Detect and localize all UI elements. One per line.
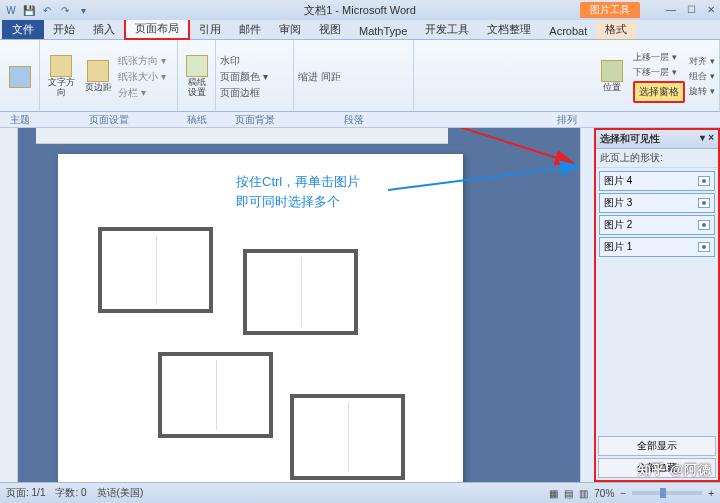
save-icon[interactable]: 💾	[22, 3, 36, 17]
page[interactable]: 按住Ctrl，再单击图片 即可同时选择多个	[58, 154, 463, 482]
annotation-text: 按住Ctrl，再单击图片 即可同时选择多个	[236, 172, 360, 211]
zoom-in-icon[interactable]: +	[708, 488, 714, 499]
zoom-out-icon[interactable]: −	[620, 488, 626, 499]
eye-icon[interactable]	[698, 176, 710, 186]
context-tab-label: 图片工具	[580, 2, 640, 18]
main-area: 按住Ctrl，再单击图片 即可同时选择多个 选择和可见性 ▾ × 此页上的形状:…	[0, 128, 720, 482]
vertical-scrollbar[interactable]	[580, 128, 594, 482]
picture-3[interactable]	[158, 352, 273, 438]
selection-item[interactable]: 图片 1	[599, 237, 715, 257]
tab-file[interactable]: 文件	[2, 20, 44, 39]
selection-pane-list: 图片 4 图片 3 图片 2 图片 1	[596, 168, 718, 434]
picture-2[interactable]	[243, 249, 358, 335]
tab-view[interactable]: 视图	[310, 20, 350, 39]
eye-icon[interactable]	[698, 198, 710, 208]
ribbon-body: 文字方向 页边距 纸张方向 ▾ 纸张大小 ▾ 分栏 ▾ 稿纸 设置 水印 页面颜…	[0, 40, 720, 112]
indent-label: 缩进	[298, 70, 318, 84]
tab-page-layout[interactable]: 页面布局	[124, 17, 190, 40]
position-button[interactable]: 位置	[595, 51, 629, 103]
watermark: 知乎 @阿德	[638, 461, 712, 479]
show-all-button[interactable]: 全部显示	[598, 436, 716, 456]
page-border-button[interactable]: 页面边框	[220, 86, 268, 100]
status-bar: 页面: 1/1 字数: 0 英语(美国) ▦ ▤ ▥ 70% − +	[0, 482, 720, 503]
bring-forward-button[interactable]: 上移一层 ▾	[633, 51, 685, 64]
document-area[interactable]: 按住Ctrl，再单击图片 即可同时选择多个	[18, 128, 580, 482]
pane-close-icon[interactable]: ×	[708, 132, 714, 146]
window-title: 文档1 - Microsoft Word	[304, 3, 416, 18]
group-paragraph: 段落	[294, 113, 414, 127]
group-arrange: 排列	[414, 113, 720, 127]
tab-mathtype[interactable]: MathType	[350, 23, 416, 39]
minimize-icon[interactable]: —	[664, 4, 678, 16]
title-bar: W 💾 ↶ ↷ ▾ 文档1 - Microsoft Word 图片工具 — ☐ …	[0, 0, 720, 20]
send-backward-button[interactable]: 下移一层 ▾	[633, 66, 685, 79]
tab-acrobat[interactable]: Acrobat	[540, 23, 596, 39]
size-button[interactable]: 纸张大小 ▾	[118, 70, 166, 84]
zoom-level[interactable]: 70%	[594, 488, 614, 499]
group-button[interactable]: 组合 ▾	[689, 70, 715, 83]
undo-icon[interactable]: ↶	[40, 3, 54, 17]
selection-pane-title: 选择和可见性	[600, 132, 660, 146]
group-paper: 稿纸	[178, 113, 216, 127]
group-theme: 主题	[0, 113, 40, 127]
selection-pane-subtitle: 此页上的形状:	[596, 149, 718, 168]
status-words[interactable]: 字数: 0	[55, 486, 86, 500]
ribbon-group-labels: 主题 页面设置 稿纸 页面背景 段落 排列	[0, 112, 720, 128]
pane-dropdown-icon[interactable]: ▾	[700, 132, 705, 146]
group-page-setup: 页面设置	[40, 113, 178, 127]
picture-1[interactable]	[98, 227, 213, 313]
selection-pane-button[interactable]: 选择窗格	[633, 81, 685, 103]
watermark-button[interactable]: 水印	[220, 54, 268, 68]
status-page[interactable]: 页面: 1/1	[6, 486, 45, 500]
maximize-icon[interactable]: ☐	[684, 4, 698, 16]
vertical-ruler	[0, 128, 18, 482]
manuscript-button[interactable]: 稿纸 设置	[182, 51, 211, 103]
tab-developer[interactable]: 开发工具	[416, 20, 478, 39]
eye-icon[interactable]	[698, 220, 710, 230]
status-language[interactable]: 英语(美国)	[97, 486, 144, 500]
view-read-icon[interactable]: ▤	[564, 488, 573, 499]
quick-access-toolbar: W 💾 ↶ ↷ ▾	[4, 3, 90, 17]
tab-references[interactable]: 引用	[190, 20, 230, 39]
view-print-icon[interactable]: ▦	[549, 488, 558, 499]
tab-mailings[interactable]: 邮件	[230, 20, 270, 39]
close-icon[interactable]: ✕	[704, 4, 718, 16]
selection-item[interactable]: 图片 3	[599, 193, 715, 213]
picture-4[interactable]	[290, 394, 405, 480]
zoom-slider[interactable]	[632, 491, 702, 495]
themes-button[interactable]	[4, 51, 35, 103]
qat-more-icon[interactable]: ▾	[76, 3, 90, 17]
tab-insert[interactable]: 插入	[84, 20, 124, 39]
tab-docsort[interactable]: 文档整理	[478, 20, 540, 39]
page-color-button[interactable]: 页面颜色 ▾	[220, 70, 268, 84]
ribbon-tabs: 文件 开始 插入 页面布局 引用 邮件 审阅 视图 MathType 开发工具 …	[0, 20, 720, 40]
tab-format[interactable]: 格式	[596, 20, 636, 39]
selection-item[interactable]: 图片 4	[599, 171, 715, 191]
rotate-button[interactable]: 旋转 ▾	[689, 85, 715, 98]
group-page-bg: 页面背景	[216, 113, 294, 127]
eye-icon[interactable]	[698, 242, 710, 252]
margins-button[interactable]: 页边距	[81, 51, 115, 103]
horizontal-ruler	[36, 128, 448, 144]
spacing-label: 间距	[321, 70, 341, 84]
text-direction-button[interactable]: 文字方向	[44, 51, 78, 103]
view-web-icon[interactable]: ▥	[579, 488, 588, 499]
orientation-button[interactable]: 纸张方向 ▾	[118, 54, 166, 68]
redo-icon[interactable]: ↷	[58, 3, 72, 17]
tab-review[interactable]: 审阅	[270, 20, 310, 39]
columns-button[interactable]: 分栏 ▾	[118, 86, 166, 100]
selection-pane: 选择和可见性 ▾ × 此页上的形状: 图片 4 图片 3 图片 2 图片 1 全…	[594, 128, 720, 482]
tab-home[interactable]: 开始	[44, 20, 84, 39]
selection-item[interactable]: 图片 2	[599, 215, 715, 235]
word-icon[interactable]: W	[4, 3, 18, 17]
align-button[interactable]: 对齐 ▾	[689, 55, 715, 68]
